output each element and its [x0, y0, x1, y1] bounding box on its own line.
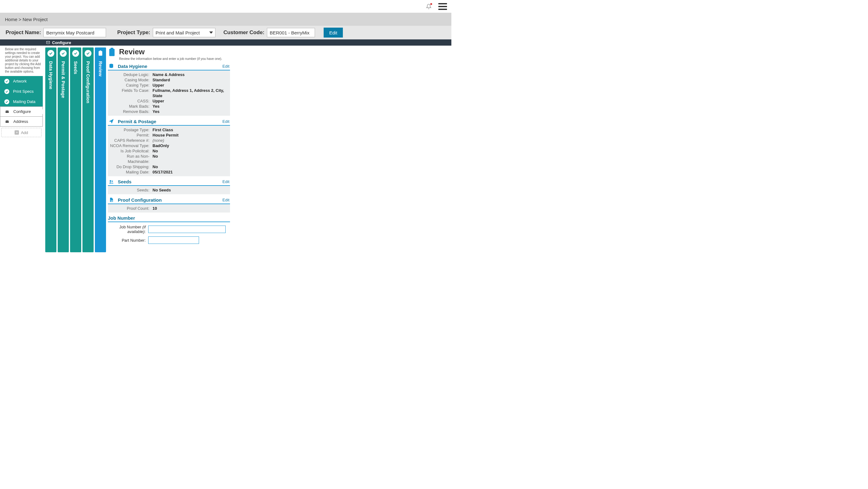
left-rail: Below are the required settings needed t… — [0, 46, 43, 253]
review-title: Review — [119, 48, 222, 56]
job-number-input[interactable] — [148, 226, 226, 233]
section-title: Permit & Postage — [118, 119, 223, 124]
rail-blurb: Below are the required settings needed t… — [0, 46, 43, 76]
row-key: Dedupe Logic — [108, 72, 151, 77]
project-name-label: Project Name: — [6, 29, 41, 36]
project-type-label: Project Type: — [117, 29, 150, 36]
review-subtitle: Review the information below and enter a… — [119, 57, 222, 60]
row-key: Casing Mode — [108, 77, 151, 83]
row-key: Fields To Case — [108, 88, 151, 98]
users-icon — [108, 179, 115, 184]
section-edit-link[interactable]: Edit — [223, 198, 230, 202]
sidebar-item-configure[interactable]: Configure — [0, 107, 43, 117]
check-icon — [4, 99, 9, 104]
row-key: Proof Count — [108, 206, 151, 211]
notification-dot — [430, 3, 432, 5]
sidebar-item-artwork[interactable]: Artwork — [0, 76, 43, 86]
row-value: Standard — [151, 77, 227, 83]
sidebar-item-label: Print Specs — [13, 89, 33, 94]
sidebar-item-label: Mailing Data — [13, 99, 35, 104]
envelope-icon — [4, 110, 10, 114]
clipboard-icon — [97, 50, 104, 57]
step-proof-configuration[interactable]: Proof Configuration — [83, 48, 94, 252]
row-value: 05/17/2021 — [151, 169, 227, 175]
envelope-icon — [46, 41, 50, 45]
review-panel: Review Review the information below and … — [106, 46, 230, 253]
row-value: Upper — [151, 98, 227, 104]
svg-point-8 — [112, 180, 113, 182]
part-number-input[interactable] — [148, 236, 199, 244]
step-seeds[interactable]: Seeds — [70, 48, 81, 252]
sidebar-item-mailing-data[interactable]: Mailing Data — [0, 96, 43, 107]
section-title: Data Hygiene — [118, 64, 223, 69]
part-number-row: Part Number: — [108, 236, 230, 244]
sidebar-item-print-specs[interactable]: Print Specs — [0, 86, 43, 96]
check-icon — [72, 50, 79, 57]
row-value: Fullname, Address 1, Address 2, City, St… — [151, 88, 227, 98]
edit-project-button[interactable]: Edit — [323, 28, 343, 37]
configure-strip-label: Configure — [52, 40, 71, 45]
step-label: Seeds — [73, 61, 78, 74]
breadcrumb-home[interactable]: Home — [5, 17, 18, 22]
row-value: No — [151, 164, 227, 169]
row-key: Is Job Policitcal — [108, 148, 151, 153]
job-number-row: Job Number (if available): — [108, 225, 230, 234]
paper-plane-icon — [108, 118, 115, 124]
row-key: Seeds — [108, 188, 151, 193]
row-value: Upper — [151, 83, 227, 88]
row-value: Yes — [151, 104, 227, 109]
project-header: Project Name: Project Type: Customer Cod… — [0, 26, 452, 39]
step-columns: Data Hygiene Permit & Postage Seeds Proo… — [43, 46, 106, 253]
row-value: No — [151, 148, 227, 153]
job-number-title: Job Number — [108, 214, 230, 222]
topbar — [0, 0, 452, 13]
sidebar-item-label: Address — [13, 119, 28, 124]
svg-rect-5 — [111, 48, 114, 49]
menu-icon[interactable] — [438, 3, 447, 10]
add-button[interactable]: + Add — [1, 128, 41, 137]
row-key: CAPS Reference # — [108, 138, 151, 143]
section-proof-config: Proof Configuration Edit Proof Count10 — [108, 196, 230, 212]
project-name-input[interactable] — [43, 28, 106, 37]
row-key: NCOA Removal Type — [108, 143, 151, 148]
step-review[interactable]: Review — [95, 48, 106, 252]
row-key: Remove Bads — [108, 109, 151, 114]
row-value: 10 — [151, 206, 227, 211]
row-value: Name & Address — [151, 72, 227, 77]
section-edit-link[interactable]: Edit — [223, 179, 230, 184]
step-label: Proof Configuration — [86, 61, 91, 103]
envelope-icon — [4, 120, 10, 123]
row-key: Permit — [108, 133, 151, 138]
section-edit-link[interactable]: Edit — [223, 64, 230, 68]
plus-icon: + — [14, 130, 19, 135]
check-icon — [48, 50, 54, 57]
part-number-label: Part Number: — [108, 238, 148, 242]
step-permit-postage[interactable]: Permit & Postage — [58, 48, 69, 252]
row-value: (none) — [151, 138, 227, 143]
svg-point-7 — [110, 180, 111, 181]
add-label: Add — [21, 130, 28, 135]
svg-rect-4 — [109, 49, 114, 56]
section-edit-link[interactable]: Edit — [223, 119, 230, 124]
configure-strip: Configure — [0, 39, 452, 46]
svg-rect-2 — [99, 51, 102, 56]
row-key: Mailing Date — [108, 169, 151, 175]
customer-code-label: Customer Code: — [223, 29, 265, 36]
sidebar-item-label: Configure — [13, 109, 31, 114]
sidebar-item-address[interactable]: Address — [0, 116, 43, 126]
row-key: CASS — [108, 98, 151, 104]
section-title: Seeds — [118, 179, 223, 184]
project-type-select[interactable] — [153, 28, 215, 37]
image-file-icon — [108, 197, 115, 203]
section-data-hygiene: Data Hygiene Edit Dedupe LogicName & Add… — [108, 62, 230, 116]
notifications-bell-icon[interactable] — [426, 4, 432, 9]
svg-rect-3 — [100, 51, 101, 52]
customer-code-input[interactable] — [267, 28, 315, 37]
check-icon — [4, 79, 9, 84]
row-key: Do Drop Shipping — [108, 164, 151, 169]
check-icon — [60, 50, 67, 57]
section-permit-postage: Permit & Postage Edit Postage TypeFirst … — [108, 118, 230, 176]
step-data-hygiene[interactable]: Data Hygiene — [45, 48, 56, 252]
job-number-label: Job Number (if available): — [108, 225, 148, 234]
row-value: No — [151, 153, 227, 164]
